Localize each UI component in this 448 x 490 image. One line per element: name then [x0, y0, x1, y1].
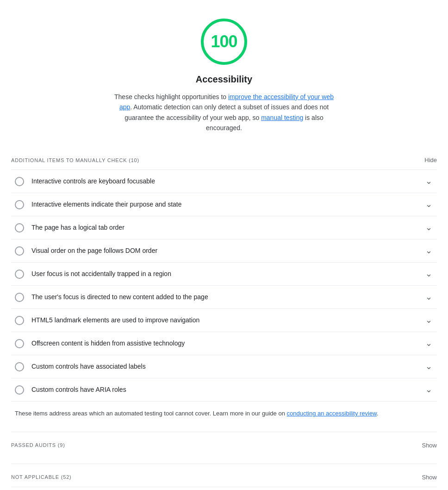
- manual-check-title: ADDITIONAL ITEMS TO MANUALLY CHECK (10): [11, 157, 139, 164]
- passed-audits-title: PASSED AUDITS (9): [11, 441, 65, 449]
- audit-label: Interactive elements indicate their purp…: [31, 200, 424, 209]
- hide-button[interactable]: Hide: [424, 157, 437, 163]
- expand-icon: ⌄: [424, 385, 433, 395]
- audit-item[interactable]: Offscreen content is hidden from assisti…: [11, 332, 437, 355]
- audit-status-icon: [15, 339, 24, 348]
- passed-audits-title-text: PASSED AUDITS: [11, 442, 56, 448]
- audit-item[interactable]: The user's focus is directed to new cont…: [11, 286, 437, 309]
- manual-check-count: (10): [129, 157, 139, 163]
- manual-check-footer-note: These items address areas which an autom…: [11, 402, 437, 422]
- audit-status-icon: [15, 223, 24, 232]
- audit-list: Interactive controls are keyboard focusa…: [11, 170, 437, 402]
- audit-item[interactable]: Visual order on the page follows DOM ord…: [11, 239, 437, 263]
- passed-audits-section: PASSED AUDITS (9) Show: [11, 432, 437, 455]
- audit-label: Custom controls have ARIA roles: [31, 385, 424, 395]
- audit-item[interactable]: The page has a logical tab order ⌄: [11, 216, 437, 239]
- audit-label: Interactive controls are keyboard focusa…: [31, 176, 424, 186]
- expand-icon: ⌄: [424, 223, 433, 232]
- audit-item[interactable]: HTML5 landmark elements are used to impr…: [11, 309, 437, 332]
- expand-icon: ⌄: [424, 339, 433, 348]
- score-desc-part1: These checks highlight opportunities to: [114, 93, 228, 101]
- manual-testing-link[interactable]: manual testing: [261, 114, 303, 121]
- accessibility-review-link[interactable]: conducting an accessibility review: [287, 410, 377, 417]
- audit-label: The page has a logical tab order: [31, 223, 424, 232]
- score-section: 100 Accessibility These checks highlight…: [11, 19, 437, 133]
- expand-icon: ⌄: [424, 177, 433, 186]
- audit-status-icon: [15, 246, 24, 256]
- not-applicable-header: NOT APPLICABLE (52) Show: [11, 464, 437, 487]
- expand-icon: ⌄: [424, 316, 433, 325]
- note-text-part1: These items address areas which an autom…: [15, 410, 287, 417]
- manual-check-section-header: ADDITIONAL ITEMS TO MANUALLY CHECK (10) …: [11, 147, 437, 170]
- audit-label: Offscreen content is hidden from assisti…: [31, 339, 424, 348]
- score-value: 100: [211, 29, 237, 54]
- audit-status-icon: [15, 270, 24, 279]
- expand-icon: ⌄: [424, 200, 433, 209]
- score-circle: 100: [201, 19, 247, 65]
- audit-label: HTML5 landmark elements are used to impr…: [31, 315, 424, 325]
- expand-icon: ⌄: [424, 362, 433, 371]
- audit-status-icon: [15, 200, 24, 209]
- expand-icon: ⌄: [424, 270, 433, 279]
- show-passed-button[interactable]: Show: [422, 442, 437, 449]
- show-not-applicable-button[interactable]: Show: [422, 474, 437, 481]
- not-applicable-title: NOT APPLICABLE (52): [11, 473, 72, 481]
- audit-item[interactable]: User focus is not accidentally trapped i…: [11, 263, 437, 286]
- audit-item[interactable]: Interactive controls are keyboard focusa…: [11, 170, 437, 193]
- audit-label: The user's focus is directed to new cont…: [31, 292, 424, 302]
- audit-status-icon: [15, 385, 24, 395]
- manual-check-title-text: ADDITIONAL ITEMS TO MANUALLY CHECK: [11, 157, 127, 163]
- score-description: These checks highlight opportunities to …: [108, 92, 340, 133]
- passed-audits-count: (9): [58, 442, 65, 448]
- not-applicable-section: NOT APPLICABLE (52) Show: [11, 464, 437, 487]
- not-applicable-count: (52): [61, 474, 72, 480]
- audit-status-icon: [15, 362, 24, 371]
- passed-audits-header: PASSED AUDITS (9) Show: [11, 432, 437, 455]
- bottom-border-line: [11, 487, 437, 487]
- audit-item[interactable]: Custom controls have ARIA roles ⌄: [11, 378, 437, 402]
- not-applicable-title-text: NOT APPLICABLE: [11, 474, 59, 480]
- expand-icon: ⌄: [424, 246, 433, 256]
- audit-status-icon: [15, 316, 24, 325]
- audit-label: User focus is not accidentally trapped i…: [31, 269, 424, 279]
- audit-status-icon: [15, 177, 24, 186]
- page-wrapper: 100 Accessibility These checks highlight…: [0, 0, 448, 490]
- audit-label: Visual order on the page follows DOM ord…: [31, 246, 424, 256]
- note-text-part2: .: [377, 410, 379, 417]
- expand-icon: ⌄: [424, 293, 433, 302]
- audit-item[interactable]: Interactive elements indicate their purp…: [11, 193, 437, 216]
- audit-status-icon: [15, 293, 24, 302]
- audit-item[interactable]: Custom controls have associated labels ⌄: [11, 355, 437, 378]
- score-title: Accessibility: [196, 72, 252, 86]
- audit-label: Custom controls have associated labels: [31, 362, 424, 371]
